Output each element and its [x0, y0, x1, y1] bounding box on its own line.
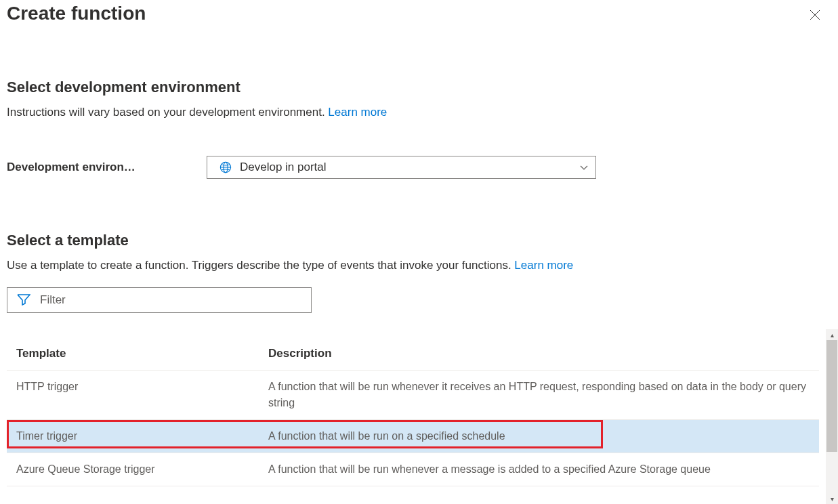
env-section-title: Select development environment: [7, 79, 831, 96]
globe-icon: [219, 161, 232, 173]
filter-container[interactable]: [7, 287, 312, 313]
template-instructions-text: Use a template to create a function. Tri…: [7, 259, 514, 272]
scrollbar-thumb[interactable]: [826, 340, 837, 452]
close-button[interactable]: [804, 4, 826, 28]
template-section-title: Select a template: [7, 232, 831, 249]
template-description: A function that will be run whenever a m…: [259, 453, 819, 486]
chevron-down-icon: [579, 163, 589, 172]
scrollbar-arrow-up[interactable]: ▴: [826, 329, 838, 340]
table-row[interactable]: Azure Queue Storage trigger A function t…: [7, 453, 819, 486]
template-section-subtitle: Use a template to create a function. Tri…: [7, 257, 831, 274]
table-row[interactable]: Timer trigger A function that will be ru…: [7, 419, 819, 453]
column-header-template[interactable]: Template: [7, 333, 259, 371]
templates-table: Template Description HTTP trigger A func…: [7, 333, 819, 486]
template-description: A function that will be run whenever it …: [259, 370, 819, 419]
dev-environment-label: Development environ…: [7, 161, 207, 174]
env-learn-more-link[interactable]: Learn more: [328, 106, 387, 119]
env-section-subtitle: Instructions will vary based on your dev…: [7, 104, 831, 121]
close-icon: [810, 9, 820, 20]
template-description: A function that will be run on a specifi…: [259, 419, 819, 453]
template-name: Azure Queue Storage trigger: [7, 453, 259, 486]
dropdown-value: Develop in portal: [240, 161, 327, 174]
template-name: Timer trigger: [7, 419, 259, 453]
template-name: HTTP trigger: [7, 370, 259, 419]
scrollbar-arrow-down[interactable]: ▾: [826, 493, 838, 504]
page-title: Create function: [7, 3, 146, 24]
dev-environment-dropdown[interactable]: Develop in portal: [207, 156, 596, 179]
filter-input[interactable]: [40, 293, 306, 307]
column-header-description[interactable]: Description: [259, 333, 819, 371]
filter-icon: [17, 294, 30, 306]
table-row[interactable]: HTTP trigger A function that will be run…: [7, 370, 819, 419]
template-learn-more-link[interactable]: Learn more: [514, 259, 573, 272]
env-instructions-text: Instructions will vary based on your dev…: [7, 106, 328, 119]
